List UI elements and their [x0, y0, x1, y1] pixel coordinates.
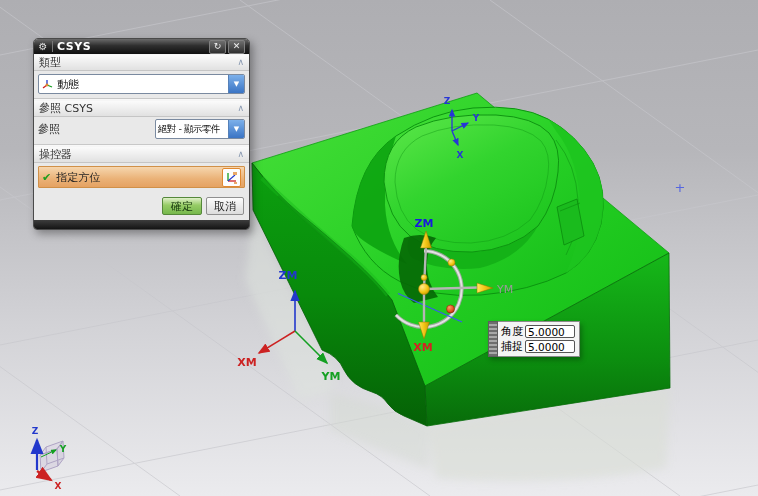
manipulator-header-label: 操控器: [39, 147, 72, 162]
type-dropdown-value: 動態: [54, 77, 228, 92]
collapse-icon[interactable]: ∧: [237, 58, 244, 67]
cancel-button[interactable]: 取消: [206, 197, 244, 215]
mcs-y-label: YM: [321, 370, 341, 383]
viewcube-y-label: Y: [59, 444, 67, 454]
viewcube-z-label: Z: [32, 426, 39, 436]
angle-row: 角度: [501, 324, 575, 339]
mcs-z-label: ZM: [279, 269, 298, 282]
mcs-x-label: XM: [237, 356, 256, 369]
reference-dropdown-value: 絕對 - 顯示零件: [156, 123, 228, 136]
reference-header-label: 參照 CSYS: [39, 101, 93, 116]
plus-marker: +: [675, 180, 686, 195]
close-button[interactable]: ✕: [228, 40, 245, 54]
snap-row: 捕捉: [501, 339, 575, 354]
reference-label: 參照: [38, 122, 60, 137]
csys-dialog-launcher-button[interactable]: [222, 168, 241, 187]
free-rotate-ball-red[interactable]: [447, 305, 455, 313]
absolute-x-label: X: [457, 150, 464, 160]
type-header-label: 類型: [39, 55, 61, 70]
angle-input[interactable]: [525, 325, 575, 338]
origin-ball[interactable]: [419, 284, 430, 295]
csys-dialog: ⚙ CSYS ↻ ✕ 類型 ∧ 動態 ▼ 參照 CSYS ∧ 參照 絕對 - 顯…: [33, 38, 250, 230]
type-dropdown[interactable]: 動態 ▼: [38, 74, 245, 94]
ym-axis-shaft[interactable]: [424, 288, 478, 290]
snap-label: 捕捉: [501, 339, 523, 354]
specify-orientation-row[interactable]: ✔ 指定方位: [38, 166, 245, 188]
snap-input[interactable]: [525, 340, 575, 353]
absolute-y-label: Y: [472, 113, 480, 123]
section-header-type[interactable]: 類型 ∧: [34, 54, 249, 71]
viewcube-x-axis: [37, 471, 51, 480]
angle-snap-box[interactable]: 角度 捕捉: [488, 321, 580, 357]
view-orientation-cube: Z X Y: [32, 426, 67, 491]
section-header-reference[interactable]: 參照 CSYS ∧: [34, 100, 249, 117]
gear-icon[interactable]: ⚙: [36, 40, 50, 53]
drag-grip[interactable]: [488, 321, 498, 357]
reset-button[interactable]: ↻: [209, 40, 226, 54]
ok-button[interactable]: 確定: [162, 197, 202, 215]
ym-axis-label: YM: [496, 283, 513, 296]
viewcube-x-label: X: [55, 481, 62, 491]
reference-dropdown[interactable]: 絕對 - 顯示零件 ▼: [155, 119, 245, 139]
angle-label: 角度: [501, 324, 523, 339]
collapse-icon-2[interactable]: ∧: [237, 104, 244, 113]
check-icon: ✔: [42, 171, 51, 184]
dialog-resize-strip[interactable]: [34, 220, 249, 229]
arc-rotation-ball[interactable]: [448, 259, 455, 266]
dropdown-arrow-icon[interactable]: ▼: [228, 75, 244, 93]
dialog-title: CSYS: [55, 40, 209, 53]
viewport: Z Y X ZM XM YM ZM YM XM: [0, 0, 758, 496]
dialog-titlebar[interactable]: ⚙ CSYS ↻ ✕: [34, 39, 249, 54]
csys-mini-icon: [225, 171, 238, 184]
collapse-icon-3[interactable]: ∧: [237, 150, 244, 159]
reset-icon: ↻: [214, 42, 222, 51]
csys-type-icon: [41, 78, 54, 91]
specify-orientation-label: 指定方位: [56, 170, 100, 185]
dropdown-arrow-icon-2[interactable]: ▼: [228, 120, 244, 138]
close-icon: ✕: [233, 42, 241, 51]
section-header-manipulator[interactable]: 操控器 ∧: [34, 146, 249, 163]
xm-axis-label: XM: [413, 341, 432, 354]
absolute-z-label: Z: [444, 96, 451, 106]
zm-axis-label: ZM: [415, 217, 434, 230]
rotation-ball[interactable]: [421, 275, 427, 281]
